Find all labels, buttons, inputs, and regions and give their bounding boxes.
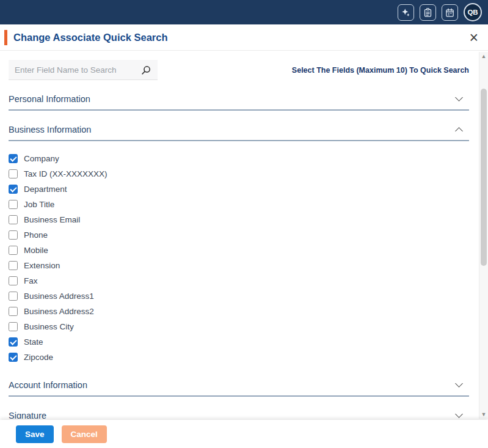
field-label: Phone: [24, 230, 48, 240]
scrollbar-thumb[interactable]: [481, 89, 487, 266]
instruction-top: Select The Fields (Maximum 10) To Quick …: [292, 66, 469, 75]
section-header-personal-information[interactable]: Personal Information: [9, 94, 469, 111]
section-label: Personal Information: [9, 94, 90, 104]
field-row-tax-id-xx-xxxxxxx[interactable]: Tax ID (XX-XXXXXXX): [9, 166, 469, 182]
field-row-department[interactable]: Department: [9, 182, 469, 197]
field-row-extension[interactable]: Extension: [9, 258, 469, 273]
checkbox-checked[interactable]: [9, 154, 18, 163]
field-row-mobile[interactable]: Mobile: [9, 243, 469, 258]
search-input[interactable]: [15, 65, 141, 75]
field-label: Mobile: [24, 246, 48, 255]
section-header-account-information[interactable]: Account Information: [9, 380, 469, 397]
dialog-header: Change Associate Quick Search ×: [0, 24, 488, 51]
sparkle-icon[interactable]: [398, 4, 414, 21]
field-label: Fax: [24, 276, 38, 285]
field-row-business-email[interactable]: Business Email: [9, 212, 469, 227]
checkbox-unchecked[interactable]: [9, 292, 18, 301]
checkbox-unchecked[interactable]: [9, 200, 18, 209]
field-label: Business Email: [24, 215, 80, 224]
chevron-down-icon[interactable]: [455, 94, 463, 101]
checkbox-unchecked[interactable]: [9, 230, 18, 240]
field-row-company[interactable]: Company: [9, 151, 469, 166]
quick-search-dialog: QB Change Associate Quick Search × Selec…: [0, 0, 488, 448]
chevron-down-icon[interactable]: [455, 410, 463, 418]
cancel-button[interactable]: Cancel: [62, 425, 107, 443]
field-label: Job Title: [24, 200, 54, 209]
field-row-business-city[interactable]: Business City: [9, 319, 469, 334]
field-label: State: [24, 337, 43, 347]
dialog-title: Change Associate Quick Search: [13, 32, 168, 43]
checkbox-unchecked[interactable]: [9, 261, 18, 270]
section-header-business-information[interactable]: Business Information: [9, 125, 469, 141]
section-label: Account Information: [9, 380, 87, 390]
content-top-row: Select The Fields (Maximum 10) To Quick …: [9, 60, 469, 80]
field-label: Extension: [24, 261, 60, 270]
field-row-phone[interactable]: Phone: [9, 227, 469, 243]
calendar-icon[interactable]: [442, 4, 458, 21]
checkbox-unchecked[interactable]: [9, 215, 18, 224]
scroll-down-icon[interactable]: ▼: [479, 410, 488, 419]
field-row-zipcode[interactable]: Zipcode: [9, 350, 469, 365]
field-label: Business City: [24, 322, 74, 331]
checkbox-checked[interactable]: [9, 337, 18, 347]
dialog-content: Select The Fields (Maximum 10) To Quick …: [0, 51, 479, 419]
scroll-up-icon[interactable]: ▲: [479, 52, 488, 61]
chevron-up-icon[interactable]: [455, 127, 463, 135]
avatar[interactable]: QB: [464, 3, 482, 21]
section-label: Signature: [9, 411, 46, 419]
field-row-business-address2[interactable]: Business Address2: [9, 304, 469, 319]
top-bar: QB: [0, 0, 488, 24]
section-label: Business Information: [9, 125, 91, 134]
checkbox-unchecked[interactable]: [9, 322, 18, 331]
field-label: Business Address2: [24, 307, 94, 316]
search-icon[interactable]: [141, 65, 151, 75]
field-label: Company: [24, 154, 59, 163]
checkbox-checked[interactable]: [9, 185, 18, 194]
save-button[interactable]: Save: [16, 425, 54, 443]
checkbox-unchecked[interactable]: [9, 169, 18, 178]
field-search-box[interactable]: [9, 60, 158, 80]
accent-bar: [4, 30, 7, 45]
sections-container: Personal InformationBusiness Information…: [9, 94, 469, 419]
field-row-state[interactable]: State: [9, 334, 469, 350]
field-list: CompanyTax ID (XX-XXXXXXX)DepartmentJob …: [9, 141, 469, 366]
checkbox-unchecked[interactable]: [9, 276, 18, 285]
checkbox-unchecked[interactable]: [9, 246, 18, 255]
dialog-footer: Save Cancel: [0, 420, 488, 448]
field-row-fax[interactable]: Fax: [9, 273, 469, 288]
field-row-job-title[interactable]: Job Title: [9, 197, 469, 212]
field-label: Tax ID (XX-XXXXXXX): [24, 169, 107, 178]
chevron-down-icon[interactable]: [455, 380, 463, 387]
checkbox-checked[interactable]: [9, 353, 18, 362]
close-icon[interactable]: ×: [465, 29, 482, 46]
field-row-business-address1[interactable]: Business Address1: [9, 288, 469, 304]
field-label: Department: [24, 185, 67, 194]
field-label: Business Address1: [24, 292, 94, 301]
field-label: Zipcode: [24, 353, 53, 362]
clipboard-icon[interactable]: [420, 4, 436, 21]
vertical-scrollbar[interactable]: ▲ ▼: [479, 52, 488, 419]
section-header-signature[interactable]: Signature: [9, 411, 469, 419]
checkbox-unchecked[interactable]: [9, 307, 18, 316]
